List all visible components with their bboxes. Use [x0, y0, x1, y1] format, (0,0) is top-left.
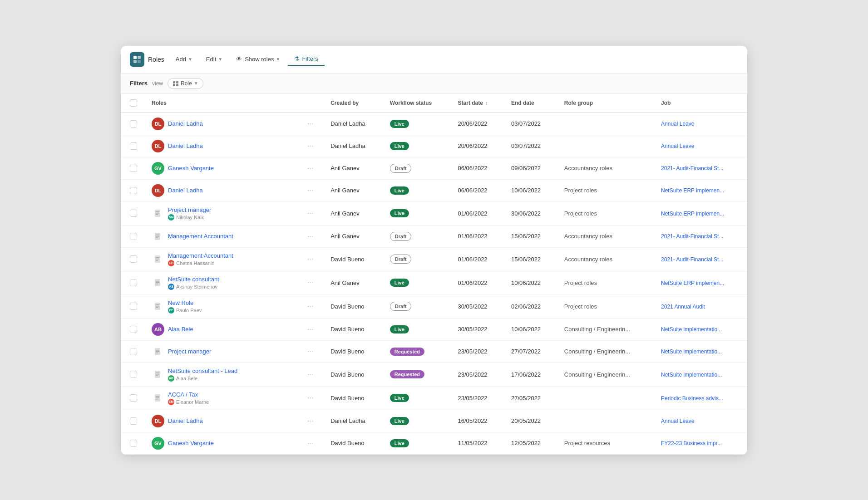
- row-checkbox[interactable]: [130, 348, 137, 355]
- job-link[interactable]: 2021- Audit-Financial St...: [661, 233, 723, 240]
- table-row: DL Daniel Ladha ···Anil GanevLive06/06/2…: [121, 179, 747, 201]
- role-name-link[interactable]: Management Accountant: [168, 233, 233, 240]
- row-actions-button[interactable]: ···: [305, 347, 316, 357]
- role-name-link[interactable]: NetSuite consultant: [168, 276, 219, 283]
- add-button[interactable]: Add ▼: [170, 53, 198, 66]
- role-name-link[interactable]: Daniel Ladha: [168, 417, 203, 424]
- row-actions-button[interactable]: ···: [305, 163, 316, 173]
- row-actions-button[interactable]: ···: [305, 416, 316, 426]
- job-link[interactable]: NetSuite implementatio...: [661, 326, 722, 333]
- job-link[interactable]: FY22-23 Business impr...: [661, 440, 722, 446]
- row-actions-button[interactable]: ···: [305, 278, 316, 288]
- svg-rect-37: [156, 396, 159, 397]
- svg-rect-13: [156, 235, 159, 235]
- row-actions-button[interactable]: ···: [305, 119, 316, 129]
- row-actions-button[interactable]: ···: [305, 393, 316, 403]
- job-link[interactable]: NetSuite ERP implemen...: [661, 280, 724, 286]
- row-actions-button[interactable]: ···: [305, 231, 316, 241]
- role-name-link[interactable]: Daniel Ladha: [168, 142, 203, 149]
- role-group-cell: Consulting / Engineerin...: [557, 363, 654, 386]
- end-date-cell: 03/07/2022: [504, 135, 557, 157]
- svg-rect-14: [156, 236, 159, 237]
- role-group-cell: Project roles: [557, 294, 654, 318]
- status-badge: Live: [390, 417, 409, 425]
- job-link[interactable]: 2021- Audit-Financial St...: [661, 165, 723, 172]
- svg-rect-33: [156, 373, 159, 373]
- show-roles-button[interactable]: 👁 Show roles ▼: [230, 53, 286, 66]
- row-checkbox[interactable]: [130, 303, 137, 310]
- job-link[interactable]: NetSuite ERP implemen...: [661, 187, 724, 194]
- status-cell: Draft: [383, 247, 451, 271]
- status-cell: Live: [383, 318, 451, 340]
- row-checkbox[interactable]: [130, 417, 137, 425]
- edit-chevron-icon: ▼: [218, 57, 222, 62]
- job-link[interactable]: Periodic Business advis...: [661, 395, 723, 402]
- main-window: Roles Add ▼ Edit ▼ 👁 Show roles ▼ ⚗ Filt…: [121, 46, 747, 455]
- sub-avatar: AB: [168, 375, 174, 382]
- row-checkbox[interactable]: [130, 233, 137, 240]
- job-link[interactable]: 2021- Audit-Financial St...: [661, 256, 723, 263]
- status-badge: Draft: [390, 232, 412, 241]
- job-link[interactable]: Annual Leave: [661, 121, 694, 127]
- row-actions-button[interactable]: ···: [305, 208, 316, 218]
- job-link[interactable]: NetSuite implementatio...: [661, 372, 722, 378]
- role-filter-chip[interactable]: Role ▼: [168, 78, 203, 89]
- role-name-link[interactable]: Project manager: [168, 206, 211, 213]
- job-link[interactable]: Annual Leave: [661, 143, 694, 149]
- job-link[interactable]: NetSuite ERP implemen...: [661, 211, 724, 217]
- created-by-cell: Anil Ganev: [323, 225, 383, 247]
- avatar: DL: [152, 118, 164, 130]
- row-actions-button[interactable]: ···: [305, 438, 316, 448]
- row-checkbox[interactable]: [130, 255, 137, 263]
- role-name-link[interactable]: Ganesh Vargante: [168, 440, 214, 446]
- row-actions-button[interactable]: ···: [305, 301, 316, 311]
- job-link[interactable]: 2021 Annual Audit: [661, 304, 705, 310]
- row-checkbox[interactable]: [130, 440, 137, 447]
- status-badge: Draft: [390, 255, 412, 264]
- doc-icon: [152, 345, 164, 358]
- role-name-link[interactable]: Daniel Ladha: [168, 120, 203, 127]
- row-checkbox[interactable]: [130, 371, 137, 378]
- row-checkbox[interactable]: [130, 187, 137, 194]
- role-name-link[interactable]: NetSuite consultant - Lead: [168, 368, 237, 374]
- row-checkbox[interactable]: [130, 279, 137, 286]
- doc-icon: [152, 230, 164, 243]
- row-actions-button[interactable]: ···: [305, 324, 316, 334]
- filters-button[interactable]: ⚗ Filters: [288, 53, 324, 66]
- role-name-link[interactable]: Daniel Ladha: [168, 187, 203, 194]
- row-actions-button[interactable]: ···: [305, 186, 316, 196]
- col-created-by: Created by: [323, 94, 383, 113]
- role-info: New Role PP Paulo Peev: [168, 299, 202, 314]
- role-info: Alaa Bele: [168, 326, 193, 333]
- row-checkbox[interactable]: [130, 142, 137, 150]
- status-cell: Requested: [383, 340, 451, 363]
- sub-info: EM Eleanor Marne: [168, 399, 209, 405]
- role-name-link[interactable]: Project manager: [168, 348, 211, 355]
- row-actions-button[interactable]: ···: [305, 254, 316, 264]
- svg-rect-29: [156, 350, 159, 351]
- role-name-link[interactable]: ACCA / Tax: [168, 391, 209, 398]
- table-row: DL Daniel Ladha ···Daniel LadhaLive20/06…: [121, 113, 747, 135]
- role-name-link[interactable]: Ganesh Vargante: [168, 165, 214, 172]
- role-group-cell: [557, 410, 654, 432]
- job-link[interactable]: NetSuite implementatio...: [661, 348, 722, 355]
- row-checkbox[interactable]: [130, 165, 137, 172]
- svg-rect-34: [156, 374, 159, 375]
- role-name-link[interactable]: Management Accountant: [168, 252, 233, 259]
- row-checkbox[interactable]: [130, 394, 137, 402]
- start-date-cell: 23/05/2022: [451, 340, 504, 363]
- edit-button[interactable]: Edit ▼: [200, 53, 228, 66]
- row-checkbox[interactable]: [130, 120, 137, 127]
- role-name-link[interactable]: New Role: [168, 299, 202, 306]
- row-actions-button[interactable]: ···: [305, 369, 316, 379]
- role-group-cell: Project roles: [557, 201, 654, 225]
- row-checkbox[interactable]: [130, 326, 137, 333]
- role-name-link[interactable]: Alaa Bele: [168, 326, 193, 333]
- row-actions-button[interactable]: ···: [305, 141, 316, 151]
- job-link[interactable]: Annual Leave: [661, 418, 694, 424]
- select-all-checkbox[interactable]: [130, 99, 137, 107]
- role-group-cell: Accountancy roles: [557, 247, 654, 271]
- svg-rect-5: [176, 81, 178, 83]
- row-checkbox[interactable]: [130, 210, 137, 217]
- end-date-cell: 15/06/2022: [504, 247, 557, 271]
